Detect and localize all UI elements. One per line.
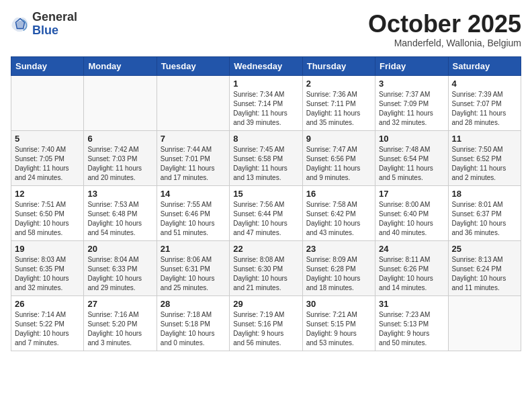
day-number: 18 bbox=[452, 189, 517, 199]
day-number: 5 bbox=[15, 134, 80, 144]
day-number: 7 bbox=[161, 134, 226, 144]
day-number: 19 bbox=[15, 244, 80, 254]
calendar-cell: 13Sunrise: 7:53 AM Sunset: 6:48 PM Dayli… bbox=[84, 185, 157, 240]
day-info: Sunrise: 7:19 AM Sunset: 5:16 PM Dayligh… bbox=[233, 310, 298, 348]
calendar-row-5: 26Sunrise: 7:14 AM Sunset: 5:22 PM Dayli… bbox=[11, 295, 521, 351]
calendar-cell: 25Sunrise: 8:13 AM Sunset: 6:24 PM Dayli… bbox=[448, 240, 521, 295]
calendar-cell: 7Sunrise: 7:44 AM Sunset: 7:01 PM Daylig… bbox=[157, 130, 229, 185]
day-number: 9 bbox=[306, 134, 371, 144]
location-subtitle: Manderfeld, Wallonia, Belgium bbox=[368, 38, 521, 48]
calendar-cell: 6Sunrise: 7:42 AM Sunset: 7:03 PM Daylig… bbox=[84, 130, 157, 185]
calendar-cell: 12Sunrise: 7:51 AM Sunset: 6:50 PM Dayli… bbox=[11, 185, 84, 240]
day-number: 11 bbox=[452, 134, 517, 144]
page-header: General Blue October 2025 Manderfeld, Wa… bbox=[11, 11, 521, 48]
title-block: October 2025 Manderfeld, Wallonia, Belgi… bbox=[368, 11, 521, 48]
day-number: 3 bbox=[379, 79, 444, 89]
day-info: Sunrise: 7:16 AM Sunset: 5:20 PM Dayligh… bbox=[87, 310, 152, 348]
day-info: Sunrise: 7:56 AM Sunset: 6:44 PM Dayligh… bbox=[233, 200, 298, 238]
day-info: Sunrise: 7:58 AM Sunset: 6:42 PM Dayligh… bbox=[306, 200, 371, 238]
calendar-cell: 23Sunrise: 8:09 AM Sunset: 6:28 PM Dayli… bbox=[302, 240, 375, 295]
day-number: 8 bbox=[233, 134, 298, 144]
day-info: Sunrise: 7:53 AM Sunset: 6:48 PM Dayligh… bbox=[87, 200, 152, 238]
weekday-header-wednesday: Wednesday bbox=[230, 56, 302, 75]
day-info: Sunrise: 7:45 AM Sunset: 6:58 PM Dayligh… bbox=[233, 145, 298, 183]
calendar-cell: 20Sunrise: 8:04 AM Sunset: 6:33 PM Dayli… bbox=[84, 240, 157, 295]
calendar-cell: 24Sunrise: 8:11 AM Sunset: 6:26 PM Dayli… bbox=[375, 240, 448, 295]
day-info: Sunrise: 7:50 AM Sunset: 6:52 PM Dayligh… bbox=[452, 145, 517, 183]
day-number: 20 bbox=[87, 244, 152, 254]
day-number: 2 bbox=[306, 79, 371, 89]
day-number: 16 bbox=[306, 189, 371, 199]
weekday-header-monday: Monday bbox=[84, 56, 157, 75]
day-info: Sunrise: 8:03 AM Sunset: 6:35 PM Dayligh… bbox=[15, 255, 80, 293]
calendar-cell: 26Sunrise: 7:14 AM Sunset: 5:22 PM Dayli… bbox=[11, 295, 84, 351]
day-number: 10 bbox=[379, 134, 444, 144]
day-number: 15 bbox=[233, 189, 298, 199]
logo: General Blue bbox=[11, 11, 77, 38]
day-number: 14 bbox=[161, 189, 226, 199]
calendar-cell: 11Sunrise: 7:50 AM Sunset: 6:52 PM Dayli… bbox=[448, 130, 521, 185]
day-number: 4 bbox=[452, 79, 517, 89]
day-info: Sunrise: 7:47 AM Sunset: 6:56 PM Dayligh… bbox=[306, 145, 371, 183]
calendar-cell: 28Sunrise: 7:18 AM Sunset: 5:18 PM Dayli… bbox=[157, 295, 229, 351]
day-number: 28 bbox=[161, 299, 226, 309]
day-info: Sunrise: 7:51 AM Sunset: 6:50 PM Dayligh… bbox=[15, 200, 80, 238]
day-info: Sunrise: 8:13 AM Sunset: 6:24 PM Dayligh… bbox=[452, 255, 517, 293]
day-info: Sunrise: 7:39 AM Sunset: 7:07 PM Dayligh… bbox=[452, 90, 517, 128]
calendar-cell: 9Sunrise: 7:47 AM Sunset: 6:56 PM Daylig… bbox=[302, 130, 375, 185]
month-title: October 2025 bbox=[368, 11, 521, 38]
calendar-cell: 2Sunrise: 7:36 AM Sunset: 7:11 PM Daylig… bbox=[302, 75, 375, 130]
day-number: 30 bbox=[306, 299, 371, 309]
day-info: Sunrise: 8:06 AM Sunset: 6:31 PM Dayligh… bbox=[161, 255, 226, 293]
day-info: Sunrise: 7:40 AM Sunset: 7:05 PM Dayligh… bbox=[15, 145, 80, 183]
calendar-cell: 30Sunrise: 7:21 AM Sunset: 5:15 PM Dayli… bbox=[302, 295, 375, 351]
day-info: Sunrise: 7:48 AM Sunset: 6:54 PM Dayligh… bbox=[379, 145, 444, 183]
weekday-header-friday: Friday bbox=[375, 56, 448, 75]
logo-blue: Blue bbox=[32, 24, 58, 37]
calendar-cell: 22Sunrise: 8:08 AM Sunset: 6:30 PM Dayli… bbox=[230, 240, 302, 295]
calendar-cell: 29Sunrise: 7:19 AM Sunset: 5:16 PM Dayli… bbox=[230, 295, 302, 351]
calendar-cell: 15Sunrise: 7:56 AM Sunset: 6:44 PM Dayli… bbox=[230, 185, 302, 240]
calendar-cell: 3Sunrise: 7:37 AM Sunset: 7:09 PM Daylig… bbox=[375, 75, 448, 130]
calendar-row-2: 5Sunrise: 7:40 AM Sunset: 7:05 PM Daylig… bbox=[11, 130, 521, 185]
day-number: 29 bbox=[233, 299, 298, 309]
weekday-header-saturday: Saturday bbox=[448, 56, 521, 75]
day-number: 12 bbox=[15, 189, 80, 199]
weekday-header-tuesday: Tuesday bbox=[157, 56, 229, 75]
calendar-cell bbox=[157, 75, 229, 130]
weekday-header-sunday: Sunday bbox=[11, 56, 84, 75]
day-info: Sunrise: 7:14 AM Sunset: 5:22 PM Dayligh… bbox=[15, 310, 80, 348]
calendar-cell: 31Sunrise: 7:23 AM Sunset: 5:13 PM Dayli… bbox=[375, 295, 448, 351]
day-info: Sunrise: 7:18 AM Sunset: 5:18 PM Dayligh… bbox=[161, 310, 226, 348]
calendar-cell bbox=[11, 75, 84, 130]
calendar-cell: 5Sunrise: 7:40 AM Sunset: 7:05 PM Daylig… bbox=[11, 130, 84, 185]
calendar-cell: 27Sunrise: 7:16 AM Sunset: 5:20 PM Dayli… bbox=[84, 295, 157, 351]
day-info: Sunrise: 8:11 AM Sunset: 6:26 PM Dayligh… bbox=[379, 255, 444, 293]
calendar-cell: 18Sunrise: 8:01 AM Sunset: 6:37 PM Dayli… bbox=[448, 185, 521, 240]
logo-text: General Blue bbox=[32, 11, 77, 38]
day-info: Sunrise: 7:55 AM Sunset: 6:46 PM Dayligh… bbox=[161, 200, 226, 238]
calendar-cell bbox=[448, 295, 521, 351]
calendar-cell: 17Sunrise: 8:00 AM Sunset: 6:40 PM Dayli… bbox=[375, 185, 448, 240]
calendar-cell: 14Sunrise: 7:55 AM Sunset: 6:46 PM Dayli… bbox=[157, 185, 229, 240]
day-number: 26 bbox=[15, 299, 80, 309]
calendar-table: SundayMondayTuesdayWednesdayThursdayFrid… bbox=[11, 56, 521, 351]
day-info: Sunrise: 7:34 AM Sunset: 7:14 PM Dayligh… bbox=[233, 90, 298, 128]
calendar-cell: 8Sunrise: 7:45 AM Sunset: 6:58 PM Daylig… bbox=[230, 130, 302, 185]
weekday-header-thursday: Thursday bbox=[302, 56, 375, 75]
calendar-cell bbox=[84, 75, 157, 130]
calendar-cell: 19Sunrise: 8:03 AM Sunset: 6:35 PM Dayli… bbox=[11, 240, 84, 295]
day-info: Sunrise: 8:01 AM Sunset: 6:37 PM Dayligh… bbox=[452, 200, 517, 238]
day-info: Sunrise: 7:21 AM Sunset: 5:15 PM Dayligh… bbox=[306, 310, 371, 348]
day-info: Sunrise: 8:08 AM Sunset: 6:30 PM Dayligh… bbox=[233, 255, 298, 293]
day-info: Sunrise: 7:44 AM Sunset: 7:01 PM Dayligh… bbox=[161, 145, 226, 183]
calendar-cell: 21Sunrise: 8:06 AM Sunset: 6:31 PM Dayli… bbox=[157, 240, 229, 295]
calendar-row-4: 19Sunrise: 8:03 AM Sunset: 6:35 PM Dayli… bbox=[11, 240, 521, 295]
calendar-cell: 10Sunrise: 7:48 AM Sunset: 6:54 PM Dayli… bbox=[375, 130, 448, 185]
calendar-cell: 4Sunrise: 7:39 AM Sunset: 7:07 PM Daylig… bbox=[448, 75, 521, 130]
day-number: 1 bbox=[233, 79, 298, 89]
calendar-row-3: 12Sunrise: 7:51 AM Sunset: 6:50 PM Dayli… bbox=[11, 185, 521, 240]
day-info: Sunrise: 7:23 AM Sunset: 5:13 PM Dayligh… bbox=[379, 310, 444, 348]
calendar-cell: 1Sunrise: 7:34 AM Sunset: 7:14 PM Daylig… bbox=[230, 75, 302, 130]
day-number: 22 bbox=[233, 244, 298, 254]
